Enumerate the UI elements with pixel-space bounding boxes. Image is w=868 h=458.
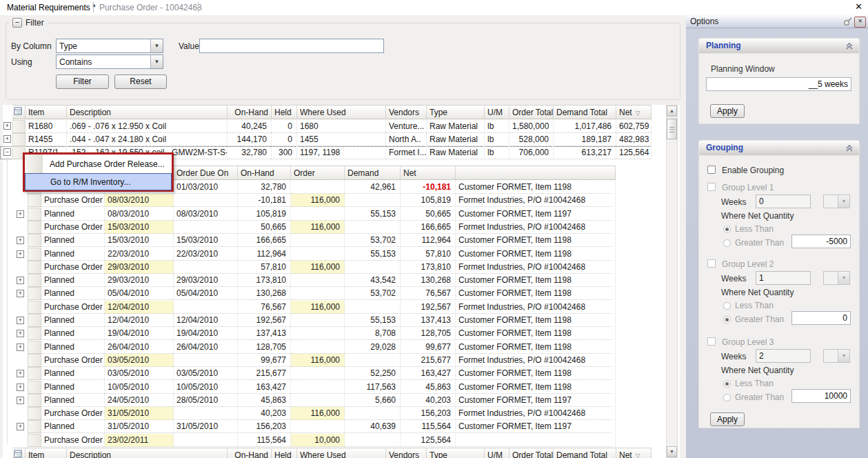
- net-quantity-threshold-input[interactable]: -5000: [791, 235, 851, 248]
- row-selector[interactable]: [28, 208, 41, 221]
- band-selector-icon[interactable]: [14, 107, 23, 116]
- weeks-input[interactable]: 2: [756, 349, 811, 363]
- subgrid-row[interactable]: +Planned10/05/201010/05/2010163,427117,5…: [0, 381, 616, 394]
- weeks-unit-select[interactable]: ▼: [823, 349, 850, 363]
- subcolumn-header-demand[interactable]: Demand: [345, 166, 401, 180]
- less-than-radio[interactable]: [723, 380, 731, 388]
- row-selector[interactable]: [28, 248, 41, 261]
- expander-icon[interactable]: +: [17, 397, 24, 404]
- row-selector[interactable]: [28, 261, 41, 274]
- group-level-1-checkbox[interactable]: [707, 183, 716, 191]
- pin-icon[interactable]: [843, 17, 853, 26]
- column-header-vendors[interactable]: Vendors: [386, 448, 427, 458]
- grouping-apply-button[interactable]: Apply: [710, 412, 745, 426]
- subgrid-row[interactable]: +Planned19/04/201019/04/2010137,4138,708…: [0, 327, 616, 340]
- column-header-demand_total[interactable]: Demand Total: [554, 448, 616, 458]
- column-header-demand_total[interactable]: Demand Total: [554, 105, 616, 119]
- table-row[interactable]: +R1455.044 - .047 x 24.180 x Coil144,170…: [0, 133, 652, 146]
- column-header-on_hand[interactable]: On-Hand: [228, 105, 272, 119]
- close-icon[interactable]: ✕: [855, 1, 862, 12]
- subcolumn-header-net[interactable]: Net: [401, 166, 456, 180]
- column-header-vendors[interactable]: Vendors: [386, 105, 427, 119]
- planning-apply-button[interactable]: Apply: [710, 104, 745, 118]
- scrollbar-thumb[interactable]: [667, 119, 677, 139]
- scroll-down-icon[interactable]: ▼: [667, 446, 677, 457]
- using-select[interactable]: Contains ▼: [56, 54, 163, 69]
- subgrid-row[interactable]: +Planned26/04/201026/04/2010128,70529,02…: [0, 341, 616, 354]
- expander-icon[interactable]: +: [17, 370, 24, 377]
- subgrid-row[interactable]: +Planned31/05/201031/05/2010156,20340,63…: [0, 420, 616, 433]
- weeks-unit-select[interactable]: ▼: [823, 271, 850, 285]
- filter-button[interactable]: Filter: [56, 74, 109, 89]
- collapse-filter-icon[interactable]: −: [12, 18, 22, 28]
- subgrid-row[interactable]: Purchase Order31/05/201040,203116,000156…: [0, 407, 616, 420]
- subgrid-row[interactable]: +Planned29/03/201029/03/2010173,81043,54…: [0, 274, 616, 287]
- subcolumn-header-due[interactable]: Order Due On: [174, 166, 238, 180]
- row-selector[interactable]: [28, 274, 41, 287]
- less-than-radio[interactable]: [723, 226, 731, 233]
- column-header-description[interactable]: Description: [67, 105, 228, 119]
- menu-item-go-to-rm-inventory[interactable]: Go to R/M Inventory...: [25, 173, 172, 190]
- expander-icon[interactable]: +: [17, 317, 24, 324]
- weeks-input[interactable]: 1: [756, 271, 811, 285]
- expander-icon[interactable]: +: [3, 122, 11, 130]
- column-header-held[interactable]: Held: [272, 448, 297, 458]
- row-selector[interactable]: [28, 394, 41, 407]
- subgrid-row[interactable]: Purchase Order23/02/2011115,56410,000125…: [0, 434, 616, 447]
- reset-button[interactable]: Reset: [114, 74, 167, 89]
- planning-window-input[interactable]: __5 weeks: [706, 77, 851, 91]
- collapse-section-icon[interactable]: [845, 144, 854, 152]
- expander-icon[interactable]: +: [17, 277, 24, 284]
- subgrid-row[interactable]: +Planned15/03/201015/03/2010166,66553,70…: [0, 234, 616, 247]
- greater-than-radio[interactable]: [723, 239, 731, 247]
- planning-section-header[interactable]: Planning: [698, 38, 860, 54]
- row-selector[interactable]: [28, 434, 41, 447]
- row-selector[interactable]: [28, 420, 41, 433]
- column-header-where_used[interactable]: Where Used: [297, 448, 386, 458]
- expander-icon[interactable]: +: [17, 290, 24, 297]
- expander-icon[interactable]: +: [17, 330, 24, 337]
- enable-grouping-checkbox[interactable]: [707, 166, 716, 174]
- subgrid-row[interactable]: Purchase Order29/03/201057,810116,000173…: [0, 261, 616, 274]
- column-header-order_total[interactable]: Order Total: [509, 105, 554, 119]
- collapse-section-icon[interactable]: [845, 42, 854, 50]
- subgrid-row[interactable]: +Planned24/05/201028/05/201045,8635,6604…: [0, 394, 616, 407]
- column-header-held[interactable]: Held: [272, 105, 297, 119]
- filter-funnel-icon[interactable]: ▽: [636, 452, 640, 458]
- expander-icon[interactable]: +: [3, 135, 11, 143]
- subcolumn-header-order[interactable]: Order: [291, 166, 345, 180]
- column-header-uom[interactable]: U/M: [485, 105, 509, 119]
- subgrid-row[interactable]: Purchase Order15/03/201050,665116,000166…: [0, 221, 616, 234]
- subgrid-row[interactable]: Purchase Order08/03/2010-10,181116,00010…: [0, 194, 616, 207]
- group-level-2-checkbox[interactable]: [707, 259, 716, 268]
- column-header-net[interactable]: Net▽: [616, 448, 652, 458]
- row-selector[interactable]: [28, 407, 41, 420]
- greater-than-radio[interactable]: [723, 394, 731, 401]
- subcolumn-header-on_hand[interactable]: On-Hand: [238, 166, 291, 180]
- grid-vertical-scrollbar[interactable]: ▲ ▼: [666, 105, 678, 458]
- table-row[interactable]: +R1680.069 - .076 x 12.950 x Coil40,2450…: [0, 120, 652, 133]
- row-selector[interactable]: [28, 234, 41, 247]
- options-close-icon[interactable]: ✕: [854, 17, 866, 28]
- by-column-select[interactable]: Type ▼: [56, 39, 163, 53]
- expander-icon[interactable]: +: [17, 423, 24, 430]
- weeks-input[interactable]: 0: [756, 195, 811, 208]
- net-quantity-threshold-input[interactable]: 10000: [791, 389, 851, 403]
- row-selector[interactable]: [12, 133, 26, 146]
- chevron-down-icon[interactable]: ▼: [150, 39, 163, 52]
- expander-icon[interactable]: +: [17, 250, 24, 258]
- column-header-type[interactable]: Type: [427, 448, 485, 458]
- subgrid-row[interactable]: Purchase Order12/04/201076,567116,000192…: [0, 301, 616, 314]
- row-selector[interactable]: [28, 287, 41, 300]
- chevron-down-icon[interactable]: ▼: [150, 55, 163, 68]
- group-level-3-checkbox[interactable]: [707, 337, 716, 346]
- greater-than-radio[interactable]: [723, 316, 731, 323]
- scroll-up-icon[interactable]: ▲: [667, 106, 677, 117]
- value-input[interactable]: [199, 39, 384, 53]
- row-selector[interactable]: [28, 367, 41, 380]
- grouping-section-header[interactable]: Grouping: [698, 140, 860, 156]
- net-quantity-threshold-input[interactable]: 0: [791, 311, 851, 325]
- row-selector[interactable]: [12, 120, 26, 133]
- subgrid-row[interactable]: +Planned03/05/201003/05/2010215,67752,25…: [0, 367, 616, 380]
- subcolumn-header-desc[interactable]: [456, 166, 616, 180]
